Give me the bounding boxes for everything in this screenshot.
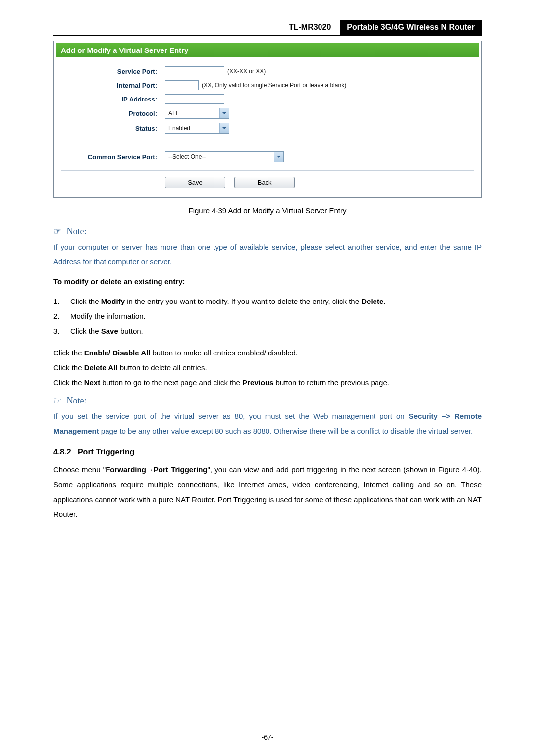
virtual-server-screenshot: Add or Modify a Virtual Server Entry Ser…	[54, 41, 482, 198]
list-item: 1. Click the Modify in the entry you wan…	[54, 294, 482, 309]
step-number: 3.	[54, 324, 70, 339]
paragraph: Click the Next button to go to the next …	[54, 375, 482, 390]
note-heading: ☞ Note:	[54, 226, 482, 237]
chevron-down-icon	[219, 108, 229, 118]
common-service-port-label: Common Service Port:	[61, 153, 160, 161]
page-number: -67-	[0, 733, 535, 741]
modify-heading: To modify or delete an existing entry:	[54, 274, 482, 289]
note-text: If your computer or server has more than…	[54, 240, 482, 269]
paragraph: Click the Delete All button to delete al…	[54, 360, 482, 375]
list-item: 3. Click the Save button.	[54, 324, 482, 339]
paragraph: Click the Enable/ Disable All button to …	[54, 346, 482, 360]
status-value: Enabled	[168, 125, 190, 132]
internal-port-hint: (XX, Only valid for single Service Port …	[202, 82, 346, 89]
chevron-down-icon	[219, 123, 229, 133]
pointing-hand-icon: ☞	[54, 226, 61, 236]
model-number: TL-MR3020	[285, 20, 335, 35]
service-port-input[interactable]	[165, 66, 224, 76]
step-number: 1.	[54, 294, 70, 309]
section-body: Choose menu "Forwarding→Port Triggering"…	[54, 462, 482, 522]
section-heading: 4.8.2 Port Triggering	[54, 448, 482, 456]
pointing-hand-icon: ☞	[54, 396, 61, 405]
status-label: Status:	[61, 125, 160, 132]
back-button[interactable]: Back	[234, 177, 295, 188]
service-port-label: Service Port:	[61, 68, 160, 75]
chevron-down-icon	[274, 152, 283, 162]
doc-title: Portable 3G/4G Wireless N Router	[340, 20, 482, 35]
common-service-port-value: --Select One--	[168, 153, 206, 160]
panel-title: Add or Modify a Virtual Server Entry	[56, 43, 479, 57]
note-label: Note:	[67, 226, 87, 236]
step-number: 2.	[54, 309, 70, 324]
protocol-value: ALL	[168, 110, 179, 117]
internal-port-label: Internal Port:	[61, 82, 160, 89]
protocol-label: Protocol:	[61, 110, 160, 117]
service-port-hint: (XX-XX or XX)	[227, 68, 266, 75]
common-service-port-select[interactable]: --Select One--	[165, 151, 284, 162]
list-item: 2. Modify the information.	[54, 309, 482, 324]
ip-address-input[interactable]	[165, 94, 224, 104]
note-label: Note:	[67, 396, 87, 405]
status-select[interactable]: Enabled	[165, 123, 229, 134]
steps-list: 1. Click the Modify in the entry you wan…	[54, 294, 482, 339]
protocol-select[interactable]: ALL	[165, 108, 229, 119]
note-text: If you set the service port of the virtu…	[54, 409, 482, 439]
doc-header: TL-MR3020 Portable 3G/4G Wireless N Rout…	[54, 20, 482, 36]
save-button[interactable]: Save	[165, 177, 225, 188]
ip-address-label: IP Address:	[61, 96, 160, 103]
figure-caption: Figure 4-39 Add or Modify a Virtual Serv…	[54, 206, 482, 215]
internal-port-input[interactable]	[165, 80, 199, 90]
note-heading: ☞ Note:	[54, 395, 482, 406]
